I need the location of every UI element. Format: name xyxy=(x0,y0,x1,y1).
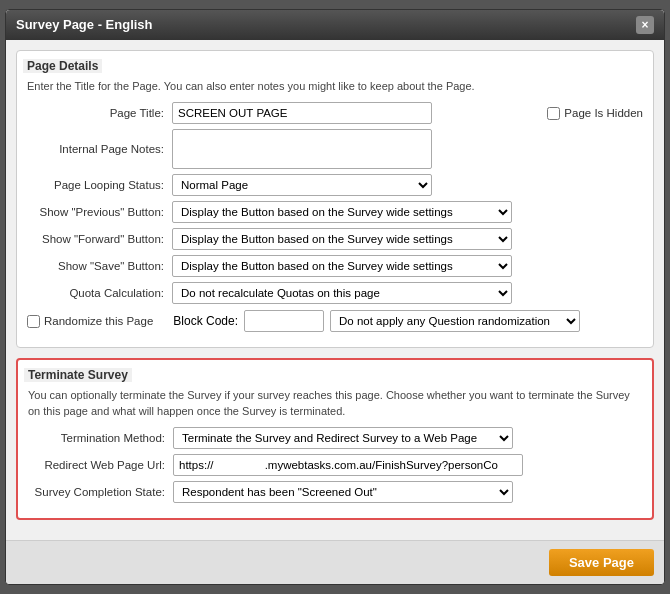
looping-status-select[interactable]: Normal Page xyxy=(172,174,432,196)
randomize-checkbox[interactable] xyxy=(27,315,40,328)
terminate-legend: Terminate Survey xyxy=(24,368,132,382)
completion-state-row: Survey Completion State: Respondent has … xyxy=(28,481,642,503)
looping-status-label: Page Looping Status: xyxy=(27,179,172,191)
page-title-row: Page Title: Page Is Hidden xyxy=(27,102,643,124)
page-title-input[interactable] xyxy=(172,102,432,124)
show-save-row: Show "Save" Button: Display the Button b… xyxy=(27,255,643,277)
show-forward-label: Show "Forward" Button: xyxy=(27,233,172,245)
show-forward-select[interactable]: Display the Button based on the Survey w… xyxy=(172,228,512,250)
randomize-row: Randomize this Page Block Code: Do not a… xyxy=(27,310,643,332)
show-previous-label: Show "Previous" Button: xyxy=(27,206,172,218)
close-button[interactable]: × xyxy=(636,16,654,34)
internal-notes-input[interactable] xyxy=(172,129,432,169)
survey-page-dialog: Survey Page - English × Page Details Ent… xyxy=(5,9,665,585)
internal-notes-row: Internal Page Notes: xyxy=(27,129,643,169)
show-previous-row: Show "Previous" Button: Display the Butt… xyxy=(27,201,643,223)
quota-label: Quota Calculation: xyxy=(27,287,172,299)
randomize-label: Randomize this Page xyxy=(44,315,153,327)
internal-notes-label: Internal Page Notes: xyxy=(27,143,172,155)
dialog-footer: Save Page xyxy=(6,540,664,584)
page-hidden-label: Page Is Hidden xyxy=(564,107,643,119)
page-hidden-row: Page Is Hidden xyxy=(547,107,643,120)
page-title-label: Page Title: xyxy=(27,107,172,119)
block-code-input[interactable] xyxy=(244,310,324,332)
termination-method-row: Termination Method: Terminate the Survey… xyxy=(28,427,642,449)
show-previous-select[interactable]: Display the Button based on the Survey w… xyxy=(172,201,512,223)
quota-select[interactable]: Do not recalculate Quotas on this page xyxy=(172,282,512,304)
dialog-header: Survey Page - English × xyxy=(6,10,664,40)
dialog-title: Survey Page - English xyxy=(16,17,153,32)
terminate-desc: You can optionally terminate the Survey … xyxy=(28,388,642,419)
dialog-body: Page Details Enter the Title for the Pag… xyxy=(6,40,664,540)
redirect-url-row: Redirect Web Page Url: xyxy=(28,454,642,476)
quota-row: Quota Calculation: Do not recalculate Qu… xyxy=(27,282,643,304)
page-details-section: Page Details Enter the Title for the Pag… xyxy=(16,50,654,348)
block-code-label: Block Code: xyxy=(173,314,238,328)
show-save-label: Show "Save" Button: xyxy=(27,260,172,272)
page-details-desc: Enter the Title for the Page. You can al… xyxy=(27,79,643,94)
termination-method-label: Termination Method: xyxy=(28,432,173,444)
terminate-survey-section: Terminate Survey You can optionally term… xyxy=(16,358,654,520)
save-page-button[interactable]: Save Page xyxy=(549,549,654,576)
redirect-url-label: Redirect Web Page Url: xyxy=(28,459,173,471)
page-details-legend: Page Details xyxy=(23,59,102,73)
looping-status-row: Page Looping Status: Normal Page xyxy=(27,174,643,196)
completion-state-select[interactable]: Respondent has been "Screened Out" xyxy=(173,481,513,503)
block-code-row: Block Code: Do not apply any Question ra… xyxy=(173,310,580,332)
randomize-checkbox-label[interactable]: Randomize this Page xyxy=(27,315,153,328)
question-rand-select[interactable]: Do not apply any Question randomization xyxy=(330,310,580,332)
completion-state-label: Survey Completion State: xyxy=(28,486,173,498)
redirect-url-input[interactable] xyxy=(173,454,523,476)
page-hidden-checkbox[interactable] xyxy=(547,107,560,120)
termination-method-select[interactable]: Terminate the Survey and Redirect Survey… xyxy=(173,427,513,449)
show-forward-row: Show "Forward" Button: Display the Butto… xyxy=(27,228,643,250)
show-save-select[interactable]: Display the Button based on the Survey w… xyxy=(172,255,512,277)
